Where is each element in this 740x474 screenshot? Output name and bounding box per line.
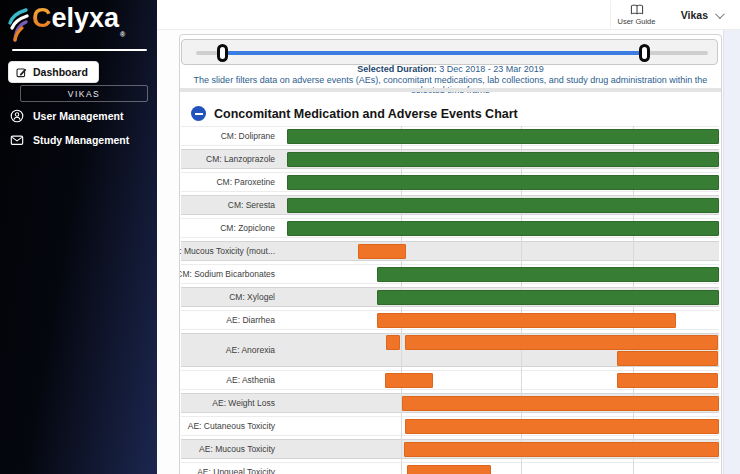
medication-bar[interactable]: [377, 290, 719, 305]
selected-duration-value: 3 Dec 2018 - 23 Mar 2019: [437, 64, 544, 74]
selected-duration: Selected Duration: 3 Dec 2018 - 23 Mar 2…: [180, 64, 721, 74]
adverse-event-bar[interactable]: [405, 419, 719, 434]
medication-bar[interactable]: [287, 221, 719, 236]
chart-row-plot: [281, 440, 719, 458]
chart-row-label: AE: Weight Loss: [181, 394, 281, 412]
adverse-event-bar[interactable]: [405, 335, 718, 350]
user-menu-name: Vikas: [681, 9, 708, 21]
nav-item-label: User Management: [33, 110, 123, 122]
sidebar: Celyxa® Dashboard VIKAS User Management: [0, 0, 157, 474]
chart-row: AE: Asthenia: [181, 370, 719, 390]
medication-bar[interactable]: [287, 152, 719, 167]
medication-bar[interactable]: [287, 129, 719, 144]
logo-letter-c: C: [32, 3, 52, 33]
logo-text: Celyxa®: [32, 0, 125, 54]
chart-row-label: AE: Asthenia: [181, 371, 281, 389]
medication-bar[interactable]: [287, 175, 719, 190]
chart-row-label: CM: Sodium Bicarbonates: [181, 265, 281, 283]
logo-rest: elyxa: [52, 3, 120, 33]
chart-row: AE: Mucous Toxicity: [181, 439, 719, 459]
slider-selected-range: [222, 51, 644, 55]
chart-row-label: AE: Anorexia: [181, 334, 281, 366]
medication-bar[interactable]: [377, 267, 719, 282]
nav-item-label: Study Management: [33, 134, 129, 146]
adverse-event-bar[interactable]: [386, 335, 400, 350]
top-header: User Guide Vikas: [157, 0, 740, 30]
chart-row-label: AE: Mucous Toxicity: [181, 440, 281, 458]
sidebar-study-selector[interactable]: VIKAS: [20, 85, 148, 102]
slider-handle-left[interactable]: [217, 44, 228, 62]
sidebar-item-user-management[interactable]: User Management: [10, 108, 123, 124]
chart-row-label: AE: Mucous Toxicity (mout...: [181, 242, 281, 260]
chart-row-label: CM: Doliprane: [181, 127, 281, 145]
slider-description: The slider filters data on adverse event…: [180, 75, 721, 95]
chart-row: CM: Doliprane: [181, 126, 719, 146]
chart-row: CM: Sodium Bicarbonates: [181, 264, 719, 284]
chart-row-label: CM: Zopiclone: [181, 219, 281, 237]
slider-handle-right[interactable]: [639, 44, 650, 62]
adverse-event-bar[interactable]: [404, 442, 719, 457]
chart-row-plot: [281, 173, 719, 191]
chart-row: AE: Diarrhea: [181, 310, 719, 330]
chevron-down-icon: [715, 9, 725, 19]
chart-row-label: CM: Lanzoprazole: [181, 150, 281, 168]
chart-row: CM: Zopiclone: [181, 218, 719, 238]
chart-row-plot: [281, 334, 719, 366]
medication-bar[interactable]: [287, 198, 719, 213]
chart-row-plot: [281, 127, 719, 145]
chart-header: Concomitant Medication and Adverse Event…: [180, 101, 721, 126]
study-name-label: VIKAS: [68, 89, 101, 99]
adverse-event-bar[interactable]: [377, 313, 676, 328]
sidebar-item-study-management[interactable]: Study Management: [10, 132, 129, 148]
gantt-chart: CM: DolipraneCM: LanzoprazoleCM: Paroxet…: [181, 126, 719, 474]
adverse-event-bar[interactable]: [617, 351, 718, 366]
logo: Celyxa®: [6, 6, 151, 46]
adverse-event-bar[interactable]: [407, 465, 491, 474]
chart-row-label: AE: Diarrhea: [181, 311, 281, 329]
sidebar-separator: [12, 49, 147, 51]
chart-row-label: CM: Paroxetine: [181, 173, 281, 191]
chart-row: AE: Mucous Toxicity (mout...: [181, 241, 719, 261]
chart-row-label: CM: Xylogel: [181, 288, 281, 306]
chart-row: CM: Seresta: [181, 195, 719, 215]
chart-row-plot: [281, 150, 719, 168]
chart-row-plot: [281, 196, 719, 214]
date-range-slider: [181, 39, 718, 65]
chart-row-plot: [281, 288, 719, 306]
horizontal-scrollbar[interactable]: [179, 88, 722, 92]
dashboard-card: Selected Duration: 3 Dec 2018 - 23 Mar 2…: [179, 34, 722, 474]
chart-title: Concomitant Medication and Adverse Event…: [214, 107, 518, 121]
chart-row-label: AE: Ungueal Toxicity: [181, 463, 281, 474]
user-guide-label: User Guide: [618, 17, 656, 26]
book-icon: [630, 4, 644, 16]
sidebar-item-dashboard[interactable]: Dashboard: [8, 61, 99, 83]
chart-row: AE: Weight Loss: [181, 393, 719, 413]
chart-row: AE: Anorexia: [181, 333, 719, 367]
envelope-icon: [10, 133, 24, 147]
chart-row: CM: Lanzoprazole: [181, 149, 719, 169]
slider-track[interactable]: [196, 51, 708, 55]
dashboard-label: Dashboard: [33, 66, 88, 78]
logo-swoosh-icon: [6, 7, 32, 45]
chart-row: CM: Xylogel: [181, 287, 719, 307]
adverse-event-bar[interactable]: [358, 244, 406, 259]
adverse-event-bar[interactable]: [402, 396, 719, 411]
user-icon: [10, 109, 24, 123]
chart-row: AE: Cutaneous Toxicity: [181, 416, 719, 436]
chart-row-plot: [281, 265, 719, 283]
chart-row-plot: [281, 242, 719, 260]
main-content: Selected Duration: 3 Dec 2018 - 23 Mar 2…: [157, 30, 723, 474]
collapse-section-button[interactable]: [191, 106, 206, 121]
chart-row-label: CM: Seresta: [181, 196, 281, 214]
app-root: Celyxa® Dashboard VIKAS User Management: [0, 0, 740, 474]
selected-duration-label: Selected Duration:: [357, 64, 437, 74]
adverse-event-bar[interactable]: [617, 373, 718, 388]
user-guide-button[interactable]: User Guide: [610, 1, 662, 29]
edit-icon: [16, 67, 27, 78]
chart-row-plot: [281, 311, 719, 329]
user-menu[interactable]: Vikas: [681, 0, 722, 30]
chart-row-plot: [281, 417, 719, 435]
chart-row-plot: [281, 371, 719, 389]
adverse-event-bar[interactable]: [385, 373, 433, 388]
vertical-scrollbar-track[interactable]: [723, 30, 740, 474]
